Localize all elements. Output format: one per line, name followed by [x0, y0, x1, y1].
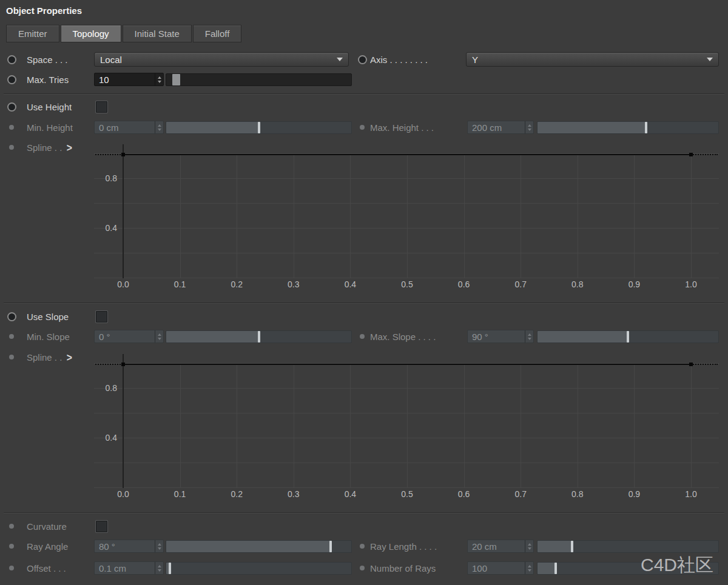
height-spline-anim-dot-icon[interactable]: [6, 145, 27, 150]
ray-angle-stepper[interactable]: [155, 540, 163, 552]
ray-angle-slider[interactable]: [166, 540, 352, 553]
min-slope-anim-dot-icon[interactable]: [6, 334, 27, 339]
stepper-up-icon: [158, 333, 161, 336]
use-slope-anim-circle-icon[interactable]: [6, 312, 27, 321]
dot-icon: [360, 334, 365, 339]
graph-x-tick-label: 0.8: [571, 489, 583, 499]
min-height-stepper[interactable]: [155, 121, 163, 133]
slider-knob[interactable]: [571, 541, 573, 552]
stepper-down-icon: [158, 129, 161, 131]
graph-x-tick-label: 0.1: [174, 279, 186, 289]
graph-x-tick-label: 0.4: [345, 279, 356, 289]
min-height-anim-dot-icon[interactable]: [6, 125, 27, 130]
tab-emitter[interactable]: Emitter: [6, 25, 59, 42]
spline-point-start[interactable]: [121, 363, 125, 366]
min-slope-slider[interactable]: [166, 330, 352, 343]
ray-length-anim-dot-icon[interactable]: [357, 544, 370, 549]
ray-length-slider[interactable]: [537, 540, 719, 553]
slope-spline-graph[interactable]: 0.80.4 0.00.10.20.30.40.50.60.70.80.91.0: [94, 350, 719, 502]
graph-x-tick-label: 0.7: [514, 489, 526, 499]
min-slope-stepper[interactable]: [155, 330, 163, 343]
offset-input[interactable]: 0.1 cm: [94, 561, 164, 575]
max-slope-label: Max. Slope . . . .: [370, 332, 466, 342]
stepper-down-icon: [158, 569, 161, 572]
max-slope-input[interactable]: 90 °: [467, 330, 534, 343]
curvature-checkbox[interactable]: [96, 521, 107, 532]
graph-x-tick-label: 0.1: [174, 489, 186, 499]
circle-icon: [7, 75, 16, 84]
max-tries-anim-circle-icon[interactable]: [6, 75, 27, 84]
number-of-rays-input[interactable]: 100: [467, 561, 534, 575]
space-anim-circle-icon[interactable]: [6, 55, 27, 64]
spline-dotted-right: [691, 364, 718, 365]
max-height-stepper[interactable]: [525, 121, 533, 133]
slider-fill: [166, 122, 259, 133]
slider-knob[interactable]: [169, 563, 171, 574]
axis-dropdown[interactable]: Y: [466, 52, 719, 67]
space-dropdown[interactable]: Local: [94, 52, 349, 67]
curvature-anim-dot-icon[interactable]: [6, 524, 27, 529]
chevron-right-icon[interactable]: >: [67, 141, 72, 153]
slider-knob[interactable]: [554, 563, 557, 574]
offset-slider[interactable]: [166, 562, 352, 575]
min-height-input[interactable]: 0 cm: [94, 121, 164, 134]
stepper-down-icon: [528, 547, 531, 550]
max-height-input[interactable]: 200 cm: [467, 121, 534, 134]
axis-anim-circle-icon[interactable]: [357, 55, 370, 64]
max-tries-stepper[interactable]: [155, 73, 163, 85]
height-spline-graph[interactable]: 0.80.4 0.00.10.20.30.40.50.60.70.80.91.0: [94, 141, 719, 292]
spline-point-end[interactable]: [689, 363, 693, 366]
offset-value: 0.1 cm: [95, 563, 155, 573]
slider-knob[interactable]: [329, 541, 332, 552]
ray-angle-anim-dot-icon[interactable]: [6, 544, 27, 549]
slider-knob[interactable]: [258, 122, 260, 133]
slider-knob[interactable]: [172, 74, 180, 85]
ray-length-stepper[interactable]: [525, 540, 533, 552]
min-slope-input[interactable]: 0 °: [94, 330, 164, 343]
number-of-rays-stepper[interactable]: [525, 562, 533, 574]
spline-dotted-right: [691, 154, 718, 155]
circle-icon: [7, 55, 16, 64]
max-height-slider[interactable]: [537, 121, 719, 134]
max-slope-slider[interactable]: [537, 330, 719, 343]
max-slope-stepper[interactable]: [525, 330, 533, 343]
graph-grid: [94, 363, 719, 488]
stepper-down-icon: [158, 338, 161, 340]
tab-topology[interactable]: Topology: [61, 25, 121, 42]
axis-label: Axis . . . . . . . .: [370, 55, 466, 65]
spline-point-start[interactable]: [121, 153, 125, 156]
tab-bar: Emitter Topology Initial State Falloff: [6, 25, 241, 41]
graph-x-tick-label: 0.3: [288, 279, 299, 289]
spline-curve[interactable]: [123, 364, 691, 365]
slope-spline-anim-dot-icon[interactable]: [6, 355, 27, 359]
offset-stepper[interactable]: [155, 562, 163, 574]
number-of-rays-anim-dot-icon[interactable]: [357, 566, 370, 570]
tab-initial-state[interactable]: Initial State: [123, 25, 192, 42]
slider-knob[interactable]: [627, 331, 629, 343]
dot-icon: [9, 125, 14, 130]
max-tries-slider[interactable]: [166, 73, 352, 86]
max-height-anim-dot-icon[interactable]: [357, 125, 370, 130]
ray-angle-input[interactable]: 80 °: [94, 540, 164, 553]
offset-anim-dot-icon[interactable]: [6, 566, 27, 570]
min-height-slider[interactable]: [166, 121, 352, 134]
ray-length-input[interactable]: 20 cm: [467, 540, 534, 553]
number-of-rays-label: Number of Rays: [370, 563, 466, 573]
graph-y-axis: [123, 144, 124, 278]
tab-falloff[interactable]: Falloff: [193, 25, 242, 42]
max-tries-input[interactable]: 10: [94, 73, 164, 86]
use-slope-checkbox[interactable]: [96, 311, 107, 323]
curvature-label: Curvature: [27, 521, 94, 532]
dot-icon: [9, 334, 14, 339]
row-use-slope: Use Slope: [6, 309, 722, 324]
spline-point-end[interactable]: [689, 153, 693, 156]
slider-knob[interactable]: [258, 331, 260, 343]
number-of-rays-value: 100: [468, 563, 525, 573]
max-slope-anim-dot-icon[interactable]: [357, 334, 370, 339]
use-height-anim-circle-icon[interactable]: [6, 102, 27, 112]
slider-knob[interactable]: [645, 122, 647, 133]
dot-icon: [9, 524, 14, 529]
use-height-checkbox[interactable]: [96, 101, 107, 113]
spline-curve[interactable]: [123, 154, 691, 155]
chevron-right-icon[interactable]: >: [67, 350, 72, 363]
